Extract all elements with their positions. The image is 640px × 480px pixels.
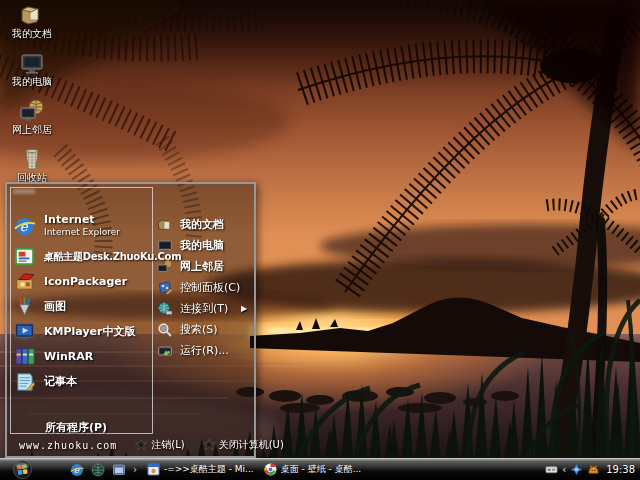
- start-menu-item-notepad[interactable]: 记事本: [13, 369, 159, 394]
- quick-launch-bar: e ›: [70, 463, 143, 477]
- iconpackager-icon: [13, 270, 36, 293]
- desktop: 我的文档 我的电脑 网上邻居: [0, 0, 640, 480]
- system-tray: ‹ 19:38: [541, 459, 637, 480]
- quicklaunch-window-icon[interactable]: [112, 463, 126, 477]
- item-label: 运行(R)...: [180, 343, 229, 358]
- item-label: 我的文档: [180, 217, 224, 232]
- search-icon: [157, 322, 173, 338]
- quick-launch-expander[interactable]: ›: [133, 464, 137, 475]
- desktop-icon-label: 我的文档: [12, 28, 52, 39]
- quicklaunch-ie-icon[interactable]: e: [70, 463, 84, 477]
- kmplayer-icon: [13, 320, 36, 343]
- taskbar-button-label: 桌面 - 壁纸 - 桌酷...: [281, 463, 362, 476]
- tray-collapse-chevron[interactable]: ‹: [562, 464, 566, 475]
- desktop-icon-network-places[interactable]: 网上邻居: [4, 98, 60, 142]
- item-label: 控制面板(C): [180, 280, 240, 295]
- connect-to-icon: [157, 301, 173, 317]
- item-sublabel: Internet Explorer: [44, 226, 120, 238]
- run-icon: [157, 343, 173, 359]
- start-menu-pinned-list: e Internet Internet Explorer 桌酷主题Desk.Zh…: [13, 208, 159, 394]
- start-menu-item-zhuoku-theme[interactable]: 桌酷主题Desk.ZhuoKu.Com: [13, 244, 159, 269]
- item-label: WinRAR: [44, 351, 93, 363]
- quicklaunch-globe-icon[interactable]: [91, 463, 105, 477]
- network-places-icon: [19, 98, 45, 124]
- start-menu-item-control-panel[interactable]: 控制面板(C): [157, 277, 252, 298]
- submenu-arrow-icon: ▶: [241, 304, 247, 313]
- start-menu-item-my-documents[interactable]: 我的文档: [157, 214, 252, 235]
- start-menu-item-paint[interactable]: 画图: [13, 294, 159, 319]
- item-label: 我的电脑: [180, 238, 224, 253]
- start-menu-item-network-places[interactable]: 网上邻居: [157, 256, 252, 277]
- taskbar-button-label: -=>>桌酷主题 - Mi...: [164, 463, 254, 476]
- desktop-icon-label: 网上邻居: [12, 124, 52, 135]
- log-off-label: 注销(L): [151, 438, 184, 452]
- taskbar: e › -=>>桌酷主题 - Mi...: [0, 458, 640, 480]
- taskbar-buttons: -=>>桌酷主题 - Mi... 桌面 - 壁纸 - 桌酷...: [147, 463, 371, 476]
- start-menu-places-list: 我的文档 我的电脑 网上邻居: [157, 214, 252, 361]
- taskbar-button-zhuoku-theme[interactable]: -=>>桌酷主题 - Mi...: [147, 463, 254, 476]
- shut-down-icon: [203, 439, 215, 451]
- start-menu-item-kmplayer[interactable]: KMPlayer中文版: [13, 319, 159, 344]
- shut-down-label: 关闭计算机(U): [219, 438, 284, 452]
- item-label: Internet: [44, 213, 95, 226]
- item-label: 连接到(T): [180, 301, 228, 316]
- all-programs-button[interactable]: 所有程序(P): [45, 420, 107, 435]
- zhuoku-site-link[interactable]: www.zhuoku.com: [19, 440, 117, 451]
- my-computer-icon: [19, 50, 45, 76]
- start-menu-item-run[interactable]: 运行(R)...: [157, 340, 252, 361]
- item-label: KMPlayer中文版: [44, 326, 135, 338]
- my-documents-icon: [19, 2, 45, 28]
- start-menu-footer: www.zhuoku.com 注销(L) 关闭计算机(U): [7, 434, 254, 456]
- start-menu-item-my-computer[interactable]: 我的电脑: [157, 235, 252, 256]
- shut-down-button[interactable]: 关闭计算机(U): [203, 438, 284, 452]
- my-documents-icon: [157, 217, 173, 233]
- network-places-icon: [157, 259, 173, 275]
- start-menu: e Internet Internet Explorer 桌酷主题Desk.Zh…: [5, 182, 256, 458]
- desktop-icon-list: 我的文档 我的电脑 网上邻居: [4, 2, 60, 194]
- recycle-bin-icon: [19, 146, 45, 172]
- winrar-icon: [13, 345, 36, 368]
- internet-explorer-icon: e: [13, 215, 36, 238]
- svg-text:e: e: [20, 219, 29, 234]
- item-label: 搜索(S): [180, 322, 218, 337]
- start-menu-item-connect-to[interactable]: 连接到(T) ▶: [157, 298, 252, 319]
- start-menu-user-label: [13, 189, 35, 194]
- item-label: 画图: [44, 301, 66, 313]
- tray-messenger-icon[interactable]: [570, 463, 583, 476]
- zhuoku-theme-icon: [13, 245, 36, 268]
- document-window-icon: [147, 463, 160, 476]
- start-menu-item-winrar[interactable]: WinRAR: [13, 344, 159, 369]
- item-label: 网上邻居: [180, 259, 224, 274]
- log-off-icon: [135, 439, 147, 451]
- start-button[interactable]: [13, 460, 32, 479]
- svg-text:e: e: [74, 465, 80, 475]
- chrome-browser-icon: [264, 463, 277, 476]
- tray-language-bar-icon[interactable]: [545, 463, 558, 476]
- tray-pet-icon[interactable]: [587, 463, 600, 476]
- taskbar-clock[interactable]: 19:38: [606, 464, 635, 475]
- desktop-icon-my-documents[interactable]: 我的文档: [4, 2, 60, 46]
- start-menu-item-internet[interactable]: e Internet Internet Explorer: [13, 208, 159, 244]
- desktop-icon-my-computer[interactable]: 我的电脑: [4, 50, 60, 94]
- desktop-icon-label: 我的电脑: [12, 76, 52, 87]
- start-menu-item-search[interactable]: 搜索(S): [157, 319, 252, 340]
- item-label: 记事本: [44, 376, 77, 388]
- control-panel-icon: [157, 280, 173, 296]
- notepad-icon: [13, 370, 36, 393]
- item-label: IconPackager: [44, 276, 127, 288]
- paint-icon: [13, 295, 36, 318]
- start-menu-item-iconpackager[interactable]: IconPackager: [13, 269, 159, 294]
- my-computer-icon: [157, 238, 173, 254]
- taskbar-button-desktop-wallpaper[interactable]: 桌面 - 壁纸 - 桌酷...: [264, 463, 362, 476]
- log-off-button[interactable]: 注销(L): [135, 438, 184, 452]
